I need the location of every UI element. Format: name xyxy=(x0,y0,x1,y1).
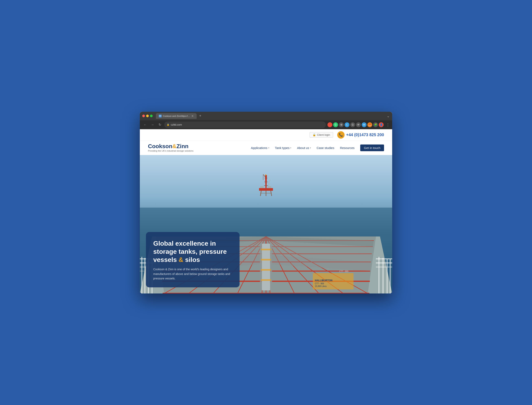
client-login-button[interactable]: 🔒 Client login xyxy=(310,132,333,138)
hero-card: Global excellence in storage tanks, pres… xyxy=(146,232,240,287)
extension-2-icon[interactable]: G xyxy=(333,122,338,127)
address-text: czltd.com xyxy=(171,123,182,126)
extension-9-icon[interactable]: 🧩 xyxy=(373,122,378,127)
lock-icon: 🔒 xyxy=(313,133,316,136)
tab-close-icon[interactable]: ✕ xyxy=(191,114,194,118)
extension-5-icon[interactable]: G xyxy=(350,122,355,127)
oil-platform xyxy=(257,172,275,196)
svg-text:15,000 Litres: 15,000 Litres xyxy=(315,285,327,287)
tab-area: CZ Cookson and Zinnhttps://musi... ✕ + xyxy=(156,113,385,119)
main-navigation: Cookson&Zinn Providing the UK's industri… xyxy=(140,141,392,155)
hero-headline-line3: vessels xyxy=(153,256,177,263)
svg-rect-61 xyxy=(261,249,271,250)
svg-rect-5 xyxy=(259,188,273,191)
client-login-label: Client login xyxy=(317,133,330,136)
svg-line-14 xyxy=(269,180,270,182)
svg-text:HALLIBURTON: HALLIBURTON xyxy=(315,279,332,282)
nav-item-about-us[interactable]: About us ▾ xyxy=(297,146,311,150)
extension-4-icon[interactable]: C xyxy=(344,122,350,127)
extension-3-icon[interactable]: ⚙ xyxy=(339,122,344,127)
lock-icon: 🔒 xyxy=(167,123,169,126)
browser-window: CZ Cookson and Zinnhttps://musi... ✕ + ⌄… xyxy=(140,112,392,293)
hero-section: HALLIBURTON CTT - 869 15,000 Litres CTT … xyxy=(140,155,392,293)
extensions-area: 🔖 G ⚙ C G ⟳ W 🦊 🧩 👤 xyxy=(327,122,384,127)
extension-6-icon[interactable]: ⟳ xyxy=(356,122,361,127)
svg-rect-64 xyxy=(261,279,271,281)
forward-button[interactable]: → xyxy=(150,122,155,128)
logo-name-2: Zinn xyxy=(176,143,189,149)
chevron-down-icon: ▾ xyxy=(290,147,291,149)
phone-number[interactable]: +44 (0)1473 825 200 xyxy=(346,133,384,137)
svg-rect-16 xyxy=(268,186,271,188)
nav-items: Applications ▾ Tank types ▾ About us ▾ C… xyxy=(251,144,384,151)
phone-icon: 📞 xyxy=(337,131,344,139)
logo-text: Cookson&Zinn xyxy=(148,143,193,149)
extension-8-icon[interactable]: 🦊 xyxy=(367,122,372,127)
hero-headline-line1: Global excellence in xyxy=(153,240,216,247)
nav-item-case-studies[interactable]: Case studies xyxy=(317,146,334,150)
website-content: 🔒 Client login 📞 +44 (0)1473 825 200 Coo… xyxy=(140,129,392,293)
nav-item-applications[interactable]: Applications ▾ xyxy=(251,146,269,150)
refresh-button[interactable]: ↻ xyxy=(157,122,163,128)
back-button[interactable]: ← xyxy=(142,122,148,128)
logo-name-1: Cookson xyxy=(148,143,172,149)
extension-7-icon[interactable]: W xyxy=(362,122,367,127)
tab-title: Cookson and Zinnhttps://musi... xyxy=(163,115,190,117)
hero-headline-line2: storage tanks, pressure xyxy=(153,248,227,255)
chevron-down-icon: ▾ xyxy=(310,147,311,149)
hero-headline: Global excellence in storage tanks, pres… xyxy=(153,239,232,264)
hero-highlight-ampersand: & xyxy=(179,256,185,263)
svg-rect-63 xyxy=(261,269,271,271)
minimize-button[interactable] xyxy=(146,115,149,117)
extension-1-icon[interactable]: 🔖 xyxy=(327,122,332,127)
active-tab[interactable]: CZ Cookson and Zinnhttps://musi... ✕ xyxy=(156,113,197,119)
phone-info: 📞 +44 (0)1473 825 200 xyxy=(337,131,384,139)
chrome-menu-icon[interactable]: ⋮ xyxy=(386,122,390,127)
tab-favicon: CZ xyxy=(159,115,162,117)
tab-menu-icon[interactable]: ⌄ xyxy=(387,114,390,118)
hero-headline-line4: silos xyxy=(185,256,200,263)
traffic-lights xyxy=(142,115,153,117)
browser-titlebar: CZ Cookson and Zinnhttps://musi... ✕ + ⌄ xyxy=(140,112,392,120)
nav-item-tank-types[interactable]: Tank types ▾ xyxy=(275,146,291,150)
svg-rect-60 xyxy=(262,244,270,290)
extension-10-icon[interactable]: 👤 xyxy=(379,122,384,127)
svg-point-17 xyxy=(265,174,266,176)
svg-text:CTT - 869: CTT - 869 xyxy=(339,270,348,272)
address-bar[interactable]: 🔒 czltd.com xyxy=(164,122,326,128)
nav-item-get-in-touch[interactable]: Get in touch xyxy=(360,144,384,151)
svg-rect-15 xyxy=(260,186,263,188)
browser-toolbar: ← → ↻ 🔒 czltd.com 🔖 G ⚙ C G ⟳ W 🦊 🧩 👤 ⋮ xyxy=(140,120,392,129)
logo-area[interactable]: Cookson&Zinn Providing the UK's industri… xyxy=(148,143,193,152)
logo-tagline: Providing the UK's industrial storage so… xyxy=(148,150,193,152)
nav-item-resources[interactable]: Resources xyxy=(340,146,355,150)
utility-bar: 🔒 Client login 📞 +44 (0)1473 825 200 xyxy=(140,129,392,141)
maximize-button[interactable] xyxy=(150,115,153,117)
close-button[interactable] xyxy=(142,115,145,117)
hero-description: Cookson & Zinn is one of the world's lea… xyxy=(153,267,232,281)
chevron-down-icon: ▾ xyxy=(268,147,269,149)
logo-ampersand: & xyxy=(172,143,176,149)
svg-rect-62 xyxy=(261,259,271,261)
new-tab-button[interactable]: + xyxy=(197,113,203,119)
svg-text:CTT - 869: CTT - 869 xyxy=(315,283,324,285)
